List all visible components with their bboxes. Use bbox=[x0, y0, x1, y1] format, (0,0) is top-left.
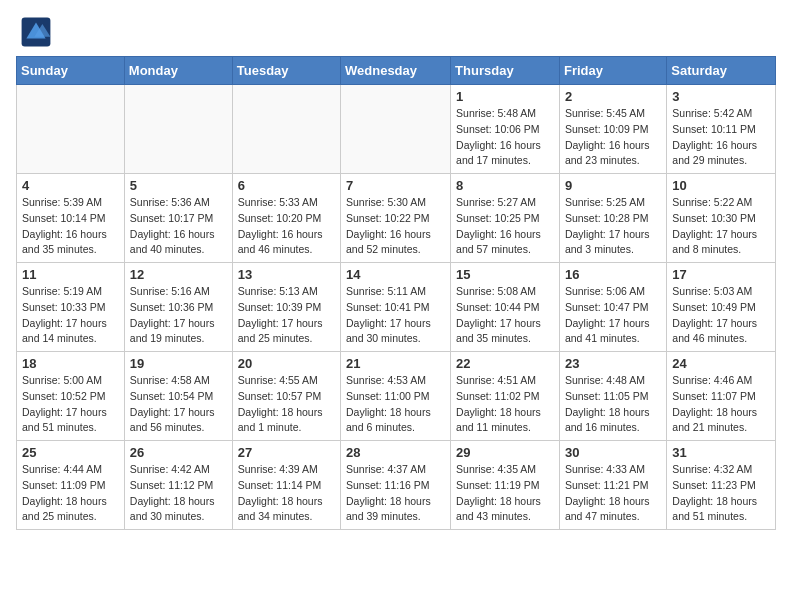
day-number: 8 bbox=[456, 178, 554, 193]
day-info: Sunrise: 4:37 AM Sunset: 11:16 PM Daylig… bbox=[346, 462, 445, 525]
day-number: 10 bbox=[672, 178, 770, 193]
day-info: Sunrise: 5:16 AM Sunset: 10:36 PM Daylig… bbox=[130, 284, 227, 347]
calendar-cell: 25Sunrise: 4:44 AM Sunset: 11:09 PM Dayl… bbox=[17, 441, 125, 530]
day-number: 9 bbox=[565, 178, 661, 193]
calendar-cell: 28Sunrise: 4:37 AM Sunset: 11:16 PM Dayl… bbox=[341, 441, 451, 530]
day-number: 26 bbox=[130, 445, 227, 460]
day-number: 29 bbox=[456, 445, 554, 460]
day-info: Sunrise: 4:32 AM Sunset: 11:23 PM Daylig… bbox=[672, 462, 770, 525]
calendar-cell: 30Sunrise: 4:33 AM Sunset: 11:21 PM Dayl… bbox=[559, 441, 666, 530]
calendar-cell: 7Sunrise: 5:30 AM Sunset: 10:22 PM Dayli… bbox=[341, 174, 451, 263]
calendar-cell bbox=[341, 85, 451, 174]
day-number: 30 bbox=[565, 445, 661, 460]
calendar-cell: 5Sunrise: 5:36 AM Sunset: 10:17 PM Dayli… bbox=[124, 174, 232, 263]
calendar-cell: 3Sunrise: 5:42 AM Sunset: 10:11 PM Dayli… bbox=[667, 85, 776, 174]
calendar-cell: 18Sunrise: 5:00 AM Sunset: 10:52 PM Dayl… bbox=[17, 352, 125, 441]
calendar-cell: 14Sunrise: 5:11 AM Sunset: 10:41 PM Dayl… bbox=[341, 263, 451, 352]
day-number: 2 bbox=[565, 89, 661, 104]
calendar-cell: 13Sunrise: 5:13 AM Sunset: 10:39 PM Dayl… bbox=[232, 263, 340, 352]
day-info: Sunrise: 5:03 AM Sunset: 10:49 PM Daylig… bbox=[672, 284, 770, 347]
calendar-cell: 15Sunrise: 5:08 AM Sunset: 10:44 PM Dayl… bbox=[451, 263, 560, 352]
calendar-cell: 19Sunrise: 4:58 AM Sunset: 10:54 PM Dayl… bbox=[124, 352, 232, 441]
calendar-cell: 17Sunrise: 5:03 AM Sunset: 10:49 PM Dayl… bbox=[667, 263, 776, 352]
day-info: Sunrise: 5:00 AM Sunset: 10:52 PM Daylig… bbox=[22, 373, 119, 436]
calendar-cell: 10Sunrise: 5:22 AM Sunset: 10:30 PM Dayl… bbox=[667, 174, 776, 263]
day-info: Sunrise: 5:42 AM Sunset: 10:11 PM Daylig… bbox=[672, 106, 770, 169]
day-number: 6 bbox=[238, 178, 335, 193]
day-info: Sunrise: 5:08 AM Sunset: 10:44 PM Daylig… bbox=[456, 284, 554, 347]
day-number: 18 bbox=[22, 356, 119, 371]
calendar-cell: 8Sunrise: 5:27 AM Sunset: 10:25 PM Dayli… bbox=[451, 174, 560, 263]
day-info: Sunrise: 4:58 AM Sunset: 10:54 PM Daylig… bbox=[130, 373, 227, 436]
day-info: Sunrise: 4:44 AM Sunset: 11:09 PM Daylig… bbox=[22, 462, 119, 525]
day-number: 3 bbox=[672, 89, 770, 104]
calendar-cell bbox=[232, 85, 340, 174]
day-number: 23 bbox=[565, 356, 661, 371]
day-header-sunday: Sunday bbox=[17, 57, 125, 85]
calendar-cell: 29Sunrise: 4:35 AM Sunset: 11:19 PM Dayl… bbox=[451, 441, 560, 530]
calendar-week-4: 18Sunrise: 5:00 AM Sunset: 10:52 PM Dayl… bbox=[17, 352, 776, 441]
day-info: Sunrise: 5:19 AM Sunset: 10:33 PM Daylig… bbox=[22, 284, 119, 347]
calendar-cell: 1Sunrise: 5:48 AM Sunset: 10:06 PM Dayli… bbox=[451, 85, 560, 174]
day-number: 13 bbox=[238, 267, 335, 282]
day-info: Sunrise: 5:33 AM Sunset: 10:20 PM Daylig… bbox=[238, 195, 335, 258]
day-header-thursday: Thursday bbox=[451, 57, 560, 85]
day-number: 22 bbox=[456, 356, 554, 371]
day-number: 19 bbox=[130, 356, 227, 371]
calendar-cell bbox=[124, 85, 232, 174]
logo-icon bbox=[20, 16, 52, 48]
logo bbox=[20, 16, 58, 48]
day-info: Sunrise: 5:22 AM Sunset: 10:30 PM Daylig… bbox=[672, 195, 770, 258]
calendar-cell: 31Sunrise: 4:32 AM Sunset: 11:23 PM Dayl… bbox=[667, 441, 776, 530]
day-info: Sunrise: 5:11 AM Sunset: 10:41 PM Daylig… bbox=[346, 284, 445, 347]
calendar-cell: 26Sunrise: 4:42 AM Sunset: 11:12 PM Dayl… bbox=[124, 441, 232, 530]
calendar-cell: 4Sunrise: 5:39 AM Sunset: 10:14 PM Dayli… bbox=[17, 174, 125, 263]
calendar-cell: 2Sunrise: 5:45 AM Sunset: 10:09 PM Dayli… bbox=[559, 85, 666, 174]
calendar-cell: 9Sunrise: 5:25 AM Sunset: 10:28 PM Dayli… bbox=[559, 174, 666, 263]
calendar-cell: 20Sunrise: 4:55 AM Sunset: 10:57 PM Dayl… bbox=[232, 352, 340, 441]
day-info: Sunrise: 4:53 AM Sunset: 11:00 PM Daylig… bbox=[346, 373, 445, 436]
day-info: Sunrise: 5:25 AM Sunset: 10:28 PM Daylig… bbox=[565, 195, 661, 258]
calendar-week-1: 1Sunrise: 5:48 AM Sunset: 10:06 PM Dayli… bbox=[17, 85, 776, 174]
day-info: Sunrise: 4:55 AM Sunset: 10:57 PM Daylig… bbox=[238, 373, 335, 436]
day-header-monday: Monday bbox=[124, 57, 232, 85]
day-info: Sunrise: 5:27 AM Sunset: 10:25 PM Daylig… bbox=[456, 195, 554, 258]
day-info: Sunrise: 4:46 AM Sunset: 11:07 PM Daylig… bbox=[672, 373, 770, 436]
calendar-cell: 21Sunrise: 4:53 AM Sunset: 11:00 PM Dayl… bbox=[341, 352, 451, 441]
calendar-week-3: 11Sunrise: 5:19 AM Sunset: 10:33 PM Dayl… bbox=[17, 263, 776, 352]
day-number: 16 bbox=[565, 267, 661, 282]
day-header-friday: Friday bbox=[559, 57, 666, 85]
day-header-saturday: Saturday bbox=[667, 57, 776, 85]
day-info: Sunrise: 4:33 AM Sunset: 11:21 PM Daylig… bbox=[565, 462, 661, 525]
day-info: Sunrise: 4:35 AM Sunset: 11:19 PM Daylig… bbox=[456, 462, 554, 525]
day-number: 21 bbox=[346, 356, 445, 371]
day-number: 31 bbox=[672, 445, 770, 460]
calendar-cell: 27Sunrise: 4:39 AM Sunset: 11:14 PM Dayl… bbox=[232, 441, 340, 530]
day-info: Sunrise: 4:48 AM Sunset: 11:05 PM Daylig… bbox=[565, 373, 661, 436]
day-number: 1 bbox=[456, 89, 554, 104]
day-number: 20 bbox=[238, 356, 335, 371]
day-info: Sunrise: 5:06 AM Sunset: 10:47 PM Daylig… bbox=[565, 284, 661, 347]
day-info: Sunrise: 5:13 AM Sunset: 10:39 PM Daylig… bbox=[238, 284, 335, 347]
day-info: Sunrise: 5:30 AM Sunset: 10:22 PM Daylig… bbox=[346, 195, 445, 258]
calendar-cell: 23Sunrise: 4:48 AM Sunset: 11:05 PM Dayl… bbox=[559, 352, 666, 441]
calendar-week-2: 4Sunrise: 5:39 AM Sunset: 10:14 PM Dayli… bbox=[17, 174, 776, 263]
day-info: Sunrise: 5:48 AM Sunset: 10:06 PM Daylig… bbox=[456, 106, 554, 169]
day-info: Sunrise: 4:51 AM Sunset: 11:02 PM Daylig… bbox=[456, 373, 554, 436]
day-number: 11 bbox=[22, 267, 119, 282]
day-number: 14 bbox=[346, 267, 445, 282]
day-number: 7 bbox=[346, 178, 445, 193]
page-container: SundayMondayTuesdayWednesdayThursdayFrid… bbox=[0, 0, 792, 538]
day-number: 17 bbox=[672, 267, 770, 282]
calendar-week-5: 25Sunrise: 4:44 AM Sunset: 11:09 PM Dayl… bbox=[17, 441, 776, 530]
day-info: Sunrise: 5:45 AM Sunset: 10:09 PM Daylig… bbox=[565, 106, 661, 169]
page-header bbox=[0, 0, 792, 56]
day-header-tuesday: Tuesday bbox=[232, 57, 340, 85]
day-number: 25 bbox=[22, 445, 119, 460]
day-header-wednesday: Wednesday bbox=[341, 57, 451, 85]
day-info: Sunrise: 4:39 AM Sunset: 11:14 PM Daylig… bbox=[238, 462, 335, 525]
day-info: Sunrise: 5:39 AM Sunset: 10:14 PM Daylig… bbox=[22, 195, 119, 258]
calendar-cell: 11Sunrise: 5:19 AM Sunset: 10:33 PM Dayl… bbox=[17, 263, 125, 352]
calendar-header-row: SundayMondayTuesdayWednesdayThursdayFrid… bbox=[17, 57, 776, 85]
calendar-wrap: SundayMondayTuesdayWednesdayThursdayFrid… bbox=[0, 56, 792, 538]
